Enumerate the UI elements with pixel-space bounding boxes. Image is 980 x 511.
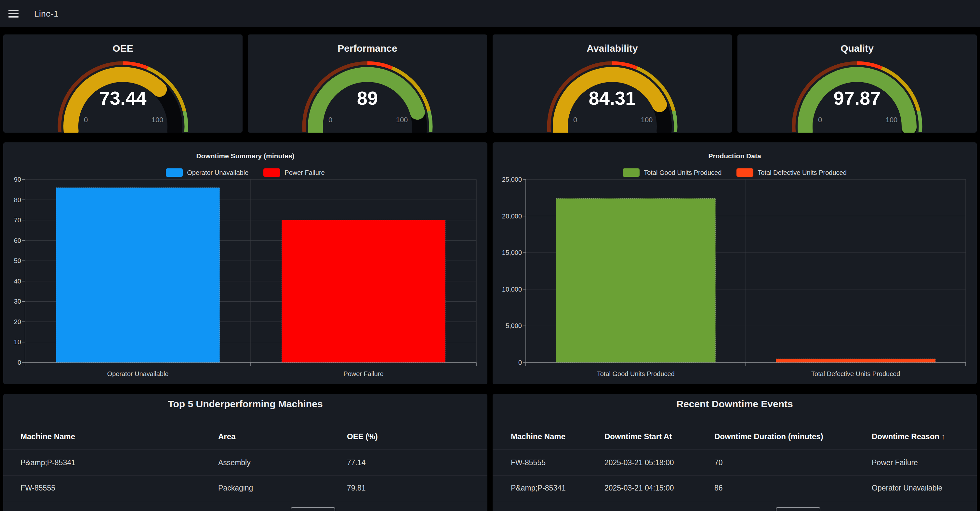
dashboard-title: Line-1: [34, 9, 59, 19]
bar-operator-unavailable: [56, 187, 220, 362]
quality-gauge: 97.870100: [737, 35, 977, 133]
sort-ascending-icon: ↑: [941, 432, 945, 441]
performance-gauge: 890100: [248, 35, 487, 133]
production-data-panel: Production Data Total Good Units Produce…: [493, 142, 977, 384]
column-header-machine-name[interactable]: Machine Name: [511, 432, 565, 441]
gauge-max-label: 100: [396, 116, 408, 124]
y-tick-label: 40: [14, 278, 21, 285]
row-divider: [3, 475, 487, 476]
y-tick-label: 20,000: [502, 213, 522, 220]
gauge-value: 89: [357, 87, 378, 109]
table-cell: 70: [714, 458, 723, 467]
x-category-label: Total Good Units Produced: [597, 370, 675, 378]
production-data-chart: 05,00010,00015,00020,00025,000Total Good…: [493, 142, 977, 384]
table-cell: P&amp;P-85341: [511, 484, 566, 492]
gauge-value: 73.44: [99, 87, 146, 109]
y-tick-label: 80: [14, 196, 21, 203]
y-tick-label: 0: [518, 359, 522, 366]
table-title: Recent Downtime Events: [493, 398, 977, 409]
gauge-min-label: 0: [818, 116, 822, 124]
y-tick-label: 60: [14, 237, 21, 244]
y-tick-label: 15,000: [502, 249, 522, 256]
oee-gauge: 73.440100: [3, 35, 243, 133]
table-cell: Packaging: [218, 484, 253, 492]
gauge-panel-quality: Quality 97.870100: [737, 35, 977, 133]
y-tick-label: 30: [14, 298, 21, 305]
table-cell: FW-85555: [21, 484, 55, 492]
gauge-panel-availability: Availability 84.310100: [493, 35, 732, 133]
column-header-machine-name[interactable]: Machine Name: [21, 432, 75, 441]
gauge-panel-oee: OEE 73.440100: [3, 35, 243, 133]
threshold-ring-segment: [918, 111, 921, 132]
row-divider: [3, 501, 487, 501]
column-header-downtime-start-at[interactable]: Downtime Start At: [605, 432, 672, 441]
row-divider: [493, 501, 977, 501]
recent-downtime-events-panel: Recent Downtime Events Machine NameDownt…: [493, 394, 977, 511]
gauge-max-label: 100: [641, 116, 653, 124]
x-category-label: Power Failure: [344, 370, 383, 378]
table-cell: Power Failure: [872, 458, 918, 467]
gauge-max-label: 100: [151, 116, 164, 124]
gauge-panel-performance: Performance 890100: [248, 35, 487, 133]
gauge-value: 84.31: [589, 87, 636, 109]
bar-power-failure: [282, 220, 445, 362]
y-tick-label: 5,000: [506, 322, 522, 329]
availability-gauge: 84.310100: [493, 35, 732, 133]
table-cell: 77.14: [347, 458, 366, 467]
table-title: Top 5 Underperforming Machines: [3, 398, 487, 409]
table-cell: 86: [714, 484, 723, 492]
table-cell: Assembly: [218, 458, 251, 467]
y-tick-label: 90: [14, 176, 21, 183]
pagination-button[interactable]: [776, 507, 820, 511]
top-navigation-bar: Line-1: [0, 0, 980, 27]
gauge-min-label: 0: [573, 116, 577, 124]
downtime-summary-chart: 0102030405060708090Operator UnavailableP…: [3, 142, 487, 384]
y-tick-label: 50: [14, 257, 21, 264]
column-header-oee-[interactable]: OEE (%): [347, 432, 378, 441]
gauge-value: 97.87: [834, 87, 880, 109]
y-tick-label: 10,000: [502, 286, 522, 293]
row-divider: [493, 475, 977, 476]
y-tick-label: 0: [18, 359, 21, 366]
bar-total-good-units-produced: [556, 198, 715, 362]
table-cell: 2025-03-21 04:15:00: [605, 484, 674, 492]
threshold-ring-segment: [185, 111, 186, 132]
table-cell: Operator Unavailable: [872, 484, 942, 492]
threshold-ring-segment: [429, 111, 431, 132]
column-header-downtime-duration-minutes-[interactable]: Downtime Duration (minutes): [714, 432, 823, 441]
gauge-min-label: 0: [84, 116, 88, 124]
table-cell: 2025-03-21 05:18:00: [605, 458, 674, 467]
x-category-label: Total Defective Units Produced: [811, 370, 900, 378]
column-header-downtime-reason[interactable]: Downtime Reason↑: [872, 432, 945, 441]
y-tick-label: 10: [14, 338, 21, 346]
y-tick-label: 25,000: [502, 176, 522, 183]
pagination-button[interactable]: [291, 507, 335, 511]
table-cell: 79.81: [347, 484, 366, 492]
y-tick-label: 20: [14, 318, 21, 325]
downtime-summary-panel: Downtime Summary (minutes) Operator Unav…: [3, 142, 487, 384]
gauge-max-label: 100: [886, 116, 898, 124]
y-tick-label: 70: [14, 216, 21, 224]
menu-icon[interactable]: [8, 10, 19, 17]
table-cell: FW-85555: [511, 458, 546, 467]
underperforming-machines-panel: Top 5 Underperforming Machines Machine N…: [3, 394, 487, 511]
threshold-ring-segment: [674, 111, 676, 132]
gauge-min-label: 0: [328, 116, 332, 124]
bar-total-defective-units-produced: [776, 359, 935, 362]
column-header-area[interactable]: Area: [218, 432, 235, 441]
x-category-label: Operator Unavailable: [107, 370, 169, 378]
table-cell: P&amp;P-85341: [21, 458, 75, 467]
